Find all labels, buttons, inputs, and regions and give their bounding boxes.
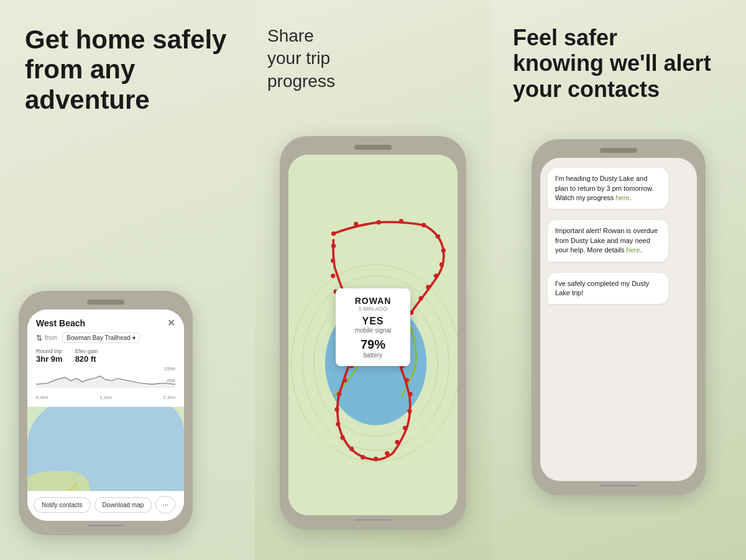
download-map-button[interactable]: Download map [94,497,152,513]
phone-notch-1 [87,300,124,305]
panel1-title: Get home safely from any adventure [25,25,236,115]
msg3-text: I've safely completed my Dusty Lake trip… [555,280,649,296]
svg-point-27 [385,451,389,456]
subtitle-progress: progress [267,71,335,91]
svg-point-14 [434,273,438,278]
phone-notch-3 [600,148,637,153]
svg-point-26 [395,440,399,444]
svg-point-10 [421,223,426,227]
phone-screen-1: West Beach ✕ ⇅ from Bowman Bay Trailhead… [27,310,184,521]
from-select[interactable]: Bowman Bay Trailhead ▾ [62,333,140,343]
round-trip-value: 3hr 9m [36,354,63,364]
svg-point-30 [349,447,354,451]
notify-contacts-button[interactable]: Notify contacts [34,497,91,513]
svg-point-29 [361,455,365,459]
msg2-link[interactable]: here [626,246,640,254]
route-card: West Beach ✕ ⇅ from Bowman Bay Trailhead… [27,310,184,407]
svg-point-6 [331,231,336,236]
subtitle-share: Share [267,26,314,45]
svg-point-23 [408,392,412,397]
panel2-subtitle: Share your trip progress [267,25,335,93]
rowan-name: ROWAN [346,296,400,306]
svg-point-15 [426,285,430,289]
svg-point-16 [418,296,423,301]
rowan-signal-label: mobile signal [346,327,400,334]
elev-svg [36,366,175,388]
svg-point-31 [340,436,344,440]
msg2-text: Important alert! Rowan is overdue from D… [555,227,658,254]
phone-notch-2 [354,145,392,150]
route-stats: Round trip 3hr 9m Elev gain 820 ft [36,348,175,364]
subtitle-trip: your trip [267,48,330,68]
panel-trip-progress: Share your trip progress [255,0,491,560]
svg-point-28 [374,457,378,461]
svg-point-43 [331,259,335,263]
route-from-row: ⇅ from Bowman Bay Trailhead ▾ [36,333,175,343]
elev-gain-label: Elev gain [75,348,98,354]
route-header: West Beach ✕ [36,317,175,329]
svg-point-34 [337,392,341,397]
elev-gain-stat: Elev gain 820 ft [75,348,98,364]
rowan-signal-value: YES [346,316,400,327]
phone-mockup-1: West Beach ✕ ⇅ from Bowman Bay Trailhead… [19,291,193,535]
from-label: from [45,334,57,341]
panel2-title-block: Share your trip progress [267,25,335,105]
svg-point-7 [354,222,358,226]
phone-home-bar-2 [354,519,392,521]
elev-distance-labels: 0.0mi 1.2mi 2.3mi [36,395,175,400]
dropdown-icon: ▾ [132,334,136,341]
panel-adventure: Get home safely from any adventure West … [0,0,255,560]
rowan-battery-value: 79% [346,337,400,352]
phone-home-bar-3 [600,485,637,487]
svg-point-25 [403,426,407,430]
panel3-title: Feel safer knowing we'll alert your cont… [513,25,724,102]
chat-bubble-2: Important alert! Rowan is overdue from D… [548,220,668,261]
svg-point-44 [331,244,336,248]
more-options-button[interactable]: ··· [155,496,175,513]
rowan-time: 5 MIN AGO [346,306,400,312]
elev-high: 259ft [164,366,175,372]
svg-point-24 [407,409,412,413]
phone-action-buttons: Notify contacts Download map ··· [27,491,184,521]
elev-gain-value: 820 ft [75,354,98,364]
chat-bubble-1: I'm heading to Dusty Lake and plan to re… [548,168,668,209]
close-icon[interactable]: ✕ [167,317,175,329]
msg1-link[interactable]: here [615,194,629,201]
phone-home-bar-1 [87,525,124,526]
svg-point-9 [399,219,403,223]
svg-point-35 [343,378,347,382]
svg-point-22 [405,378,409,382]
chat-bubble-3: I've safely completed my Dusty Lake trip… [548,273,668,305]
svg-point-8 [376,220,380,224]
route-title: West Beach [36,318,85,328]
rowan-battery-label: battery [346,352,400,359]
msg1-period: . [629,194,631,201]
swap-icon: ⇅ [36,334,42,342]
dist-2: 2.3mi [163,395,175,400]
svg-point-42 [331,273,335,278]
elev-low: -69ft [165,378,175,383]
title-feel: Feel safer [513,25,617,50]
panel-alert-contacts: Feel safer knowing we'll alert your cont… [491,0,746,560]
elevation-chart: 259ft -69ft [36,366,175,392]
rowan-info-card: ROWAN 5 MIN AGO YES mobile signal 79% ba… [336,288,410,366]
dist-0: 0.0mi [36,395,48,400]
dist-1: 1.2mi [99,395,112,400]
svg-point-33 [334,407,339,411]
msg1-text: I'm heading to Dusty Lake and plan to re… [555,175,653,201]
phone-mockup-3: I'm heading to Dusty Lake and plan to re… [532,139,706,495]
svg-point-12 [441,249,446,253]
svg-point-11 [436,234,440,239]
msg2-period: . [640,246,642,254]
from-value: Bowman Bay Trailhead [67,334,131,341]
round-trip-label: Round trip [36,348,63,354]
phone-screen-3: I'm heading to Dusty Lake and plan to re… [540,158,697,481]
map-background-2: ROWAN 5 MIN AGO YES mobile signal 79% ba… [288,155,458,515]
title-contacts: your contacts [513,76,660,102]
svg-point-32 [336,422,340,426]
svg-point-13 [440,262,444,267]
round-trip-stat: Round trip 3hr 9m [36,348,63,364]
phone-mockup-2: ROWAN 5 MIN AGO YES mobile signal 79% ba… [280,136,466,530]
title-knowing: knowing we'll alert [513,50,711,76]
phone-screen-2: ROWAN 5 MIN AGO YES mobile signal 79% ba… [288,155,458,515]
